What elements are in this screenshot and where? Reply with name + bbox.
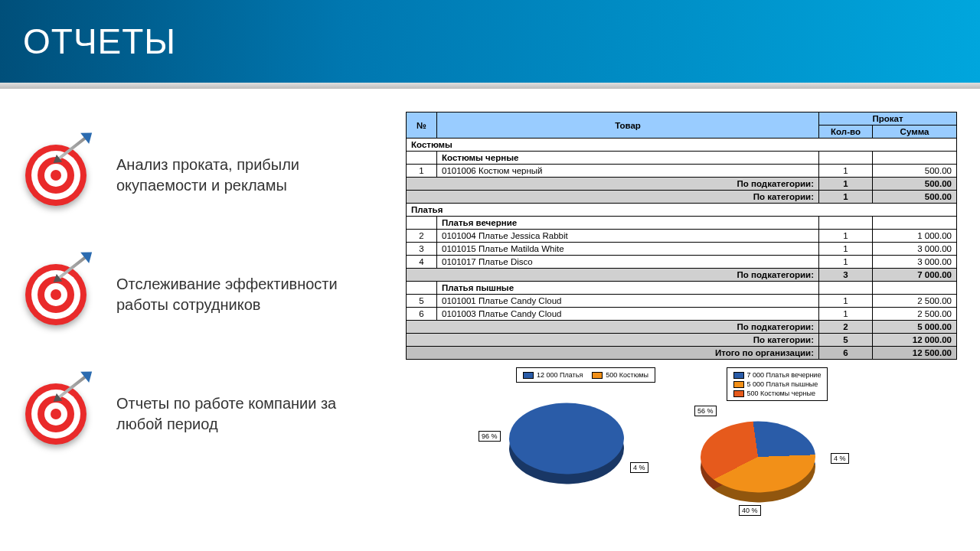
header: ОТЧЕТЫ — [0, 0, 980, 83]
legend-swatch — [733, 372, 744, 379]
legend-swatch — [592, 372, 603, 379]
table-row: 20101004 Платье Jessica Rabbit11 000.00 — [407, 230, 957, 243]
pie2-label-1: 56 % — [694, 406, 717, 416]
header-divider — [0, 83, 980, 89]
table-row: По категории:512 000.00 — [407, 334, 957, 347]
legend-label: 5 000 Платья пышные — [747, 380, 818, 388]
legend-item: 500 Костюмы — [592, 371, 648, 379]
legend-label: 500 Костюмы черные — [747, 390, 815, 397]
bullet-text: Отслеживание эффективности работы сотруд… — [116, 274, 383, 315]
bullet-item: Отслеживание эффективности работы сотруд… — [23, 262, 383, 328]
table-row: Платья пышные — [407, 282, 957, 295]
legend-swatch — [523, 372, 534, 379]
legend-swatch — [733, 390, 744, 397]
table-row: 30101015 Платье Matilda White13 000.00 — [407, 243, 957, 256]
pie-chart-2: 7 000 Платья вечерние5 000 Платья пышные… — [693, 367, 861, 522]
bullet-list: Анализ проката, прибыли окупаемости и ре… — [23, 142, 383, 447]
pie2-label-3: 4 % — [831, 453, 849, 464]
bullet-text: Анализ проката, прибыли окупаемости и ре… — [116, 155, 383, 196]
target-icon — [23, 142, 89, 208]
table-row: Платья вечерние — [407, 217, 957, 230]
pie2-legend: 7 000 Платья вечерние5 000 Платья пышные… — [727, 367, 828, 401]
pie-chart-1: 12 000 Платья500 Костюмы 96 % 4 % — [501, 367, 670, 504]
table-row: Итого по организации:612 500.00 — [407, 347, 957, 360]
col-rental: Прокат — [819, 112, 957, 126]
col-item: Товар — [437, 112, 819, 139]
legend-label: 12 000 Платья — [537, 371, 583, 379]
table-row: Платья — [407, 204, 957, 217]
pie2-label-2: 40 % — [739, 505, 761, 516]
pie1-label-2: 4 % — [630, 462, 648, 473]
target-icon — [23, 262, 89, 328]
legend-item: 12 000 Платья — [523, 371, 583, 379]
table-row: Костюмы черные — [407, 152, 957, 165]
report-table: № Товар Прокат Кол-во Сумма КостюмыКостю… — [406, 112, 957, 360]
col-num: № — [407, 112, 437, 139]
table-row: По подкатегории:37 000.00 — [407, 269, 957, 282]
charts-area: 12 000 Платья500 Костюмы 96 % 4 % 7 000 … — [406, 367, 957, 522]
table-row: По подкатегории:1500.00 — [407, 178, 957, 191]
legend-item: 5 000 Платья пышные — [733, 380, 822, 388]
target-icon — [23, 381, 89, 447]
table-row: 60101003 Платье Candy Cloud12 500.00 — [407, 308, 957, 321]
bullet-item: Отчеты по работе компании за любой перио… — [23, 381, 383, 447]
legend-label: 500 Костюмы — [606, 371, 648, 379]
bullet-text: Отчеты по работе компании за любой перио… — [116, 393, 383, 435]
legend-swatch — [733, 381, 744, 388]
legend-label: 7 000 Платья вечерние — [747, 371, 822, 379]
col-qty: Кол-во — [819, 126, 873, 139]
table-row: По подкатегории:25 000.00 — [407, 321, 957, 334]
table-row: 50101001 Платье Candy Cloud12 500.00 — [407, 295, 957, 308]
pie1-label-1: 96 % — [479, 431, 501, 442]
bullet-item: Анализ проката, прибыли окупаемости и ре… — [23, 142, 383, 208]
page-title: ОТЧЕТЫ — [23, 21, 176, 62]
table-row: 40101017 Платье Disco13 000.00 — [407, 256, 957, 269]
table-row: Костюмы — [407, 139, 957, 152]
pie1-legend: 12 000 Платья500 Костюмы — [516, 367, 655, 383]
col-sum: Сумма — [873, 126, 957, 139]
table-row: По категории:1500.00 — [407, 191, 957, 204]
legend-item: 7 000 Платья вечерние — [733, 371, 822, 379]
legend-item: 500 Костюмы черные — [733, 390, 822, 397]
table-row: 10101006 Костюм черный1500.00 — [407, 165, 957, 178]
